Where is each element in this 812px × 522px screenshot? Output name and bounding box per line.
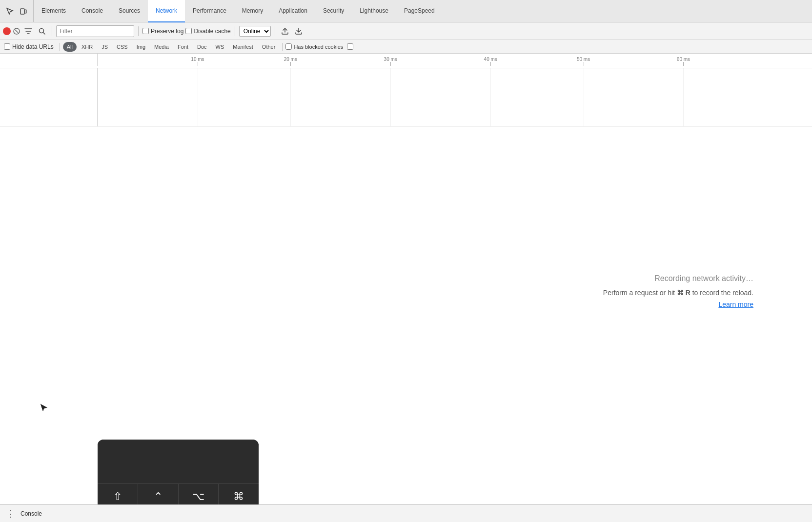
tick-label: 30 ms bbox=[384, 57, 397, 62]
perform-text-2: to record the reload. bbox=[690, 289, 753, 297]
hide-data-urls-checkbox[interactable] bbox=[4, 43, 10, 50]
tick-60-ms: 60 ms bbox=[683, 56, 696, 66]
network-toolbar: Preserve log Disable cache Online bbox=[0, 22, 812, 40]
svg-line-3 bbox=[15, 30, 18, 33]
toolbar-sep-4 bbox=[275, 26, 275, 36]
device-toolbar-button[interactable] bbox=[18, 5, 29, 17]
filter-toggle-button[interactable] bbox=[22, 25, 34, 37]
has-blocked-cookies-label[interactable]: Has blocked cookies bbox=[285, 43, 343, 50]
toolbar-sep-1 bbox=[52, 26, 52, 36]
tick-50-ms: 50 ms bbox=[584, 56, 597, 66]
perform-text-1: Perform a request or hit bbox=[603, 289, 677, 297]
kbd-key-⌃[interactable]: ⌃ bbox=[138, 484, 179, 504]
filter-type-ws[interactable]: WS bbox=[212, 42, 228, 52]
disable-cache-label: Disable cache bbox=[194, 28, 230, 35]
perform-key: ⌘ R bbox=[677, 289, 690, 297]
filter-type-manifest[interactable]: Manifest bbox=[229, 42, 257, 52]
disable-cache-checkbox[interactable] bbox=[185, 28, 192, 34]
perform-text: Perform a request or hit ⌘ R to record t… bbox=[603, 289, 753, 297]
tab-pagespeed[interactable]: PageSpeed bbox=[396, 0, 443, 22]
tick-label: 50 ms bbox=[577, 57, 590, 62]
throttle-select[interactable]: Online bbox=[239, 26, 271, 37]
preserve-log-label: Preserve log bbox=[151, 28, 183, 35]
svg-line-5 bbox=[43, 32, 45, 34]
export-har-button[interactable] bbox=[279, 25, 291, 37]
tick-line bbox=[290, 62, 291, 66]
bottom-menu-button[interactable]: ⋮ bbox=[4, 507, 17, 520]
filter-bar-sep-2 bbox=[282, 43, 283, 51]
tick-10-ms: 10 ms bbox=[198, 56, 211, 66]
filter-type-css[interactable]: CSS bbox=[113, 42, 132, 52]
tab-security[interactable]: Security bbox=[315, 0, 352, 22]
network-empty-row bbox=[0, 68, 812, 127]
kbd-key-⌘[interactable]: ⌘ bbox=[219, 484, 259, 504]
tab-performance[interactable]: Performance bbox=[185, 0, 234, 22]
kbd-key-⌥[interactable]: ⌥ bbox=[179, 484, 219, 504]
tick-40-ms: 40 ms bbox=[490, 56, 504, 66]
tick-line bbox=[198, 62, 198, 66]
record-button[interactable] bbox=[3, 27, 11, 35]
grid-line bbox=[390, 68, 391, 126]
filter-type-doc[interactable]: Doc bbox=[193, 42, 211, 52]
svg-rect-1 bbox=[25, 10, 26, 13]
filter-type-js[interactable]: JS bbox=[98, 42, 112, 52]
tab-sources[interactable]: Sources bbox=[111, 0, 148, 22]
tick-label: 40 ms bbox=[484, 57, 497, 62]
grid-line bbox=[584, 68, 584, 126]
has-blocked-cookies-text: Has blocked cookies bbox=[294, 44, 343, 50]
bottom-console-label: Console bbox=[20, 510, 42, 517]
empty-state: Recording network activity… Perform a re… bbox=[0, 127, 812, 504]
tab-bar-tools bbox=[0, 0, 34, 22]
search-button[interactable] bbox=[36, 25, 48, 37]
tab-network[interactable]: Network bbox=[148, 0, 185, 22]
import-har-button[interactable] bbox=[293, 25, 304, 37]
main-container: Preserve log Disable cache Online bbox=[0, 22, 812, 522]
kbd-popup-dark-area bbox=[98, 440, 259, 483]
cursor-area bbox=[39, 402, 49, 417]
kbd-key-⇧[interactable]: ⇧ bbox=[98, 484, 138, 504]
tick-line bbox=[584, 62, 584, 66]
tab-elements[interactable]: Elements bbox=[34, 0, 74, 22]
filter-type-xhr[interactable]: XHR bbox=[78, 42, 97, 52]
tab-console[interactable]: Console bbox=[74, 0, 111, 22]
tick-30-ms: 30 ms bbox=[390, 56, 404, 66]
bottom-bar: ⋮ Console bbox=[0, 504, 812, 522]
keyboard-shortcut-popup: ⇧⌃⌥⌘ bbox=[98, 440, 259, 504]
filter-input[interactable] bbox=[56, 25, 134, 37]
grid-line bbox=[683, 68, 684, 126]
filter-type-img[interactable]: Img bbox=[133, 42, 149, 52]
filter-type-other[interactable]: Other bbox=[258, 42, 280, 52]
svg-rect-0 bbox=[20, 9, 24, 14]
preserve-log-checkbox-label[interactable]: Preserve log bbox=[142, 28, 183, 35]
grid-line bbox=[290, 68, 291, 126]
filter-type-font[interactable]: Font bbox=[174, 42, 192, 52]
recording-text: Recording network activity… bbox=[654, 274, 753, 283]
filter-types: AllXHRJSCSSImgMediaFontDocWSManifestOthe… bbox=[63, 42, 280, 52]
hide-data-urls-label[interactable]: Hide data URLs bbox=[4, 43, 54, 50]
disable-cache-checkbox-label[interactable]: Disable cache bbox=[185, 28, 230, 35]
filter-type-media[interactable]: Media bbox=[150, 42, 173, 52]
toolbar-sep-2 bbox=[138, 26, 139, 36]
filter-type-all[interactable]: All bbox=[63, 42, 77, 52]
learn-more-link[interactable]: Learn more bbox=[718, 301, 753, 308]
preserve-log-checkbox[interactable] bbox=[142, 28, 149, 34]
tick-label: 20 ms bbox=[284, 57, 297, 62]
grid-lines bbox=[98, 68, 812, 126]
timeline-ticks: 10 ms20 ms30 ms40 ms50 ms60 ms bbox=[98, 54, 812, 66]
network-right-empty bbox=[98, 68, 812, 126]
hide-data-urls-text: Hide data URLs bbox=[12, 43, 54, 50]
blocked-requests-checkbox[interactable] bbox=[347, 43, 353, 50]
select-tool-button[interactable] bbox=[4, 5, 16, 17]
timeline-left-spacer bbox=[0, 54, 98, 66]
tab-application[interactable]: Application bbox=[271, 0, 315, 22]
kbd-popup-keys: ⇧⌃⌥⌘ bbox=[98, 483, 259, 504]
clear-button[interactable] bbox=[13, 27, 20, 35]
tick-label: 60 ms bbox=[677, 57, 690, 62]
cursor-icon bbox=[39, 402, 49, 415]
toolbar-sep-3 bbox=[235, 26, 235, 36]
tab-memory[interactable]: Memory bbox=[234, 0, 271, 22]
blocked-requests-label[interactable] bbox=[347, 43, 353, 50]
has-blocked-cookies-checkbox[interactable] bbox=[285, 43, 292, 50]
tick-line bbox=[490, 62, 491, 66]
tab-lighthouse[interactable]: Lighthouse bbox=[352, 0, 396, 22]
